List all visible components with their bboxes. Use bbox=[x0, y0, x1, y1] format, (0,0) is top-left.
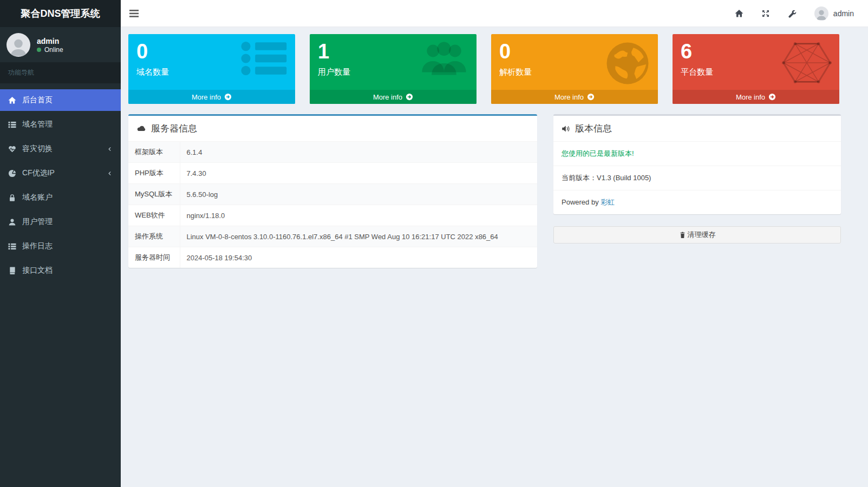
pie-chart-icon bbox=[8, 169, 16, 177]
stat-label: 域名数量 bbox=[136, 67, 287, 77]
stat-card-users: 1 用户数量 More info bbox=[310, 34, 477, 104]
user-icon bbox=[8, 218, 16, 226]
navbar-username: admin bbox=[833, 9, 854, 18]
more-info-link[interactable]: More info bbox=[491, 90, 658, 104]
stat-value: 1 bbox=[318, 39, 468, 65]
current-version: 当前版本：V1.3 (Build 1005) bbox=[553, 166, 841, 190]
navbar-right: admin bbox=[735, 6, 868, 21]
powered-by: Powered by 彩虹 bbox=[553, 190, 841, 214]
more-info-link[interactable]: More info bbox=[128, 90, 295, 104]
lock-icon bbox=[8, 194, 16, 202]
row-label: PHP版本 bbox=[128, 163, 180, 184]
table-row: 服务器时间2024-05-18 19:54:30 bbox=[128, 247, 537, 268]
stats-row: 0 域名数量 More info 1 用户数量 More info bbox=[128, 34, 860, 104]
arrow-circle-right-icon bbox=[406, 93, 413, 101]
sidebar-nav-header: 功能导航 bbox=[0, 62, 121, 83]
home-icon[interactable] bbox=[735, 9, 743, 18]
sidebar-item-label: 容灾切换 bbox=[22, 144, 53, 154]
sidebar-item-failover[interactable]: 容灾切换 bbox=[0, 138, 121, 160]
fullscreen-icon[interactable] bbox=[761, 9, 770, 18]
table-row: 操作系统Linux VM-0-8-centos 3.10.0-1160.76.1… bbox=[128, 226, 537, 247]
sidebar-item-accounts[interactable]: 域名账户 bbox=[0, 187, 121, 208]
sidebar-item-domains[interactable]: 域名管理 bbox=[0, 114, 121, 135]
clear-cache-button[interactable]: 清理缓存 bbox=[553, 226, 841, 244]
wrench-icon[interactable] bbox=[788, 9, 797, 18]
stat-label: 用户数量 bbox=[318, 67, 468, 77]
sidebar-item-label: 接口文档 bbox=[22, 266, 53, 275]
powered-by-link[interactable]: 彩虹 bbox=[601, 198, 615, 206]
version-info-panel: 版本信息 您使用的已是最新版本! 当前版本：V1.3 (Build 1005) … bbox=[553, 114, 841, 214]
sidebar-item-cf-ip[interactable]: CF优选IP bbox=[0, 162, 121, 184]
more-info-label: More info bbox=[736, 93, 765, 101]
cloud-icon bbox=[136, 124, 146, 133]
server-info-panel: 服务器信息 框架版本6.1.4 PHP版本7.4.30 MySQL版本5.6.5… bbox=[128, 114, 537, 268]
more-info-label: More info bbox=[554, 93, 584, 101]
row-value: nginx/1.18.0 bbox=[180, 205, 537, 226]
sidebar-item-label: CF优选IP bbox=[22, 168, 55, 178]
arrow-circle-right-icon bbox=[768, 93, 776, 101]
panel-title: 服务器信息 bbox=[151, 122, 197, 135]
sidebar-item-label: 后台首页 bbox=[22, 95, 53, 105]
row-value: 7.4.30 bbox=[180, 163, 537, 184]
server-info-table: 框架版本6.1.4 PHP版本7.4.30 MySQL版本5.6.50-log … bbox=[128, 142, 537, 268]
row-value: 6.1.4 bbox=[180, 142, 537, 163]
version-status-message: 您使用的已是最新版本! bbox=[553, 142, 841, 166]
sidebar-item-label: 域名账户 bbox=[22, 193, 53, 202]
user-status: Online bbox=[37, 46, 63, 54]
chevron-left-icon bbox=[107, 146, 113, 152]
stat-label: 平台数量 bbox=[681, 67, 831, 77]
version-list: 您使用的已是最新版本! 当前版本：V1.3 (Build 1005) Power… bbox=[553, 142, 841, 214]
sidebar-toggle-button[interactable] bbox=[121, 0, 147, 27]
chevron-left-icon bbox=[107, 170, 113, 176]
arrow-circle-right-icon bbox=[587, 93, 595, 101]
table-row: WEB软件nginx/1.18.0 bbox=[128, 205, 537, 226]
more-info-label: More info bbox=[373, 93, 402, 101]
row-value: 5.6.50-log bbox=[180, 184, 537, 205]
stat-card-domains: 0 域名数量 More info bbox=[128, 34, 295, 104]
top-navbar: admin bbox=[121, 0, 868, 27]
panel-title: 版本信息 bbox=[575, 122, 612, 135]
row-label: 操作系统 bbox=[128, 226, 180, 247]
stat-label: 解析数量 bbox=[499, 67, 650, 77]
hamburger-icon bbox=[129, 10, 139, 17]
sidebar-item-logs[interactable]: 操作日志 bbox=[0, 235, 121, 257]
stat-card-records: 0 解析数量 More info bbox=[491, 34, 658, 104]
volume-icon bbox=[562, 124, 570, 133]
stat-value: 0 bbox=[499, 39, 650, 65]
avatar bbox=[6, 33, 30, 57]
sidebar-menu: 后台首页 域名管理 容灾切换 CF优选IP 域名账户 用户管理 操作日志 bbox=[0, 83, 121, 281]
row-value: 2024-05-18 19:54:30 bbox=[180, 247, 537, 268]
arrow-circle-right-icon bbox=[224, 93, 232, 101]
book-icon bbox=[8, 267, 16, 275]
more-info-label: More info bbox=[192, 93, 221, 101]
table-row: MySQL版本5.6.50-log bbox=[128, 184, 537, 205]
trash-icon bbox=[679, 232, 686, 239]
list-icon bbox=[8, 121, 16, 129]
row-label: MySQL版本 bbox=[128, 184, 180, 205]
stat-value: 6 bbox=[681, 39, 831, 65]
sidebar-item-label: 用户管理 bbox=[22, 217, 53, 227]
main-content: 0 域名数量 More info 1 用户数量 More info bbox=[121, 27, 868, 487]
stat-card-platforms: 6 平台数量 More info bbox=[673, 34, 839, 104]
row-value: Linux VM-0-8-centos 3.10.0-1160.76.1.el7… bbox=[180, 226, 537, 247]
sidebar-user-panel: admin Online bbox=[0, 27, 121, 62]
sidebar-item-label: 操作日志 bbox=[22, 241, 53, 251]
online-dot-icon bbox=[37, 48, 41, 52]
sidebar-item-api-docs[interactable]: 接口文档 bbox=[0, 260, 121, 281]
app-title: 聚合DNS管理系统 bbox=[21, 7, 100, 20]
home-icon bbox=[8, 96, 16, 104]
sidebar-item-label: 域名管理 bbox=[22, 120, 53, 129]
list-icon bbox=[8, 242, 16, 251]
sidebar: 聚合DNS管理系统 admin Online 功能导航 后台首页 域名管理 容灾… bbox=[0, 0, 121, 487]
server-info-header: 服务器信息 bbox=[128, 116, 537, 142]
table-row: PHP版本7.4.30 bbox=[128, 163, 537, 184]
sidebar-item-dashboard[interactable]: 后台首页 bbox=[0, 89, 121, 111]
navbar-user-menu[interactable]: admin bbox=[814, 6, 854, 21]
row-label: 框架版本 bbox=[128, 142, 180, 163]
table-row: 框架版本6.1.4 bbox=[128, 142, 537, 163]
more-info-link[interactable]: More info bbox=[310, 90, 477, 104]
app-logo[interactable]: 聚合DNS管理系统 bbox=[0, 0, 121, 27]
avatar bbox=[814, 6, 828, 21]
sidebar-item-users[interactable]: 用户管理 bbox=[0, 211, 121, 233]
more-info-link[interactable]: More info bbox=[673, 90, 839, 104]
